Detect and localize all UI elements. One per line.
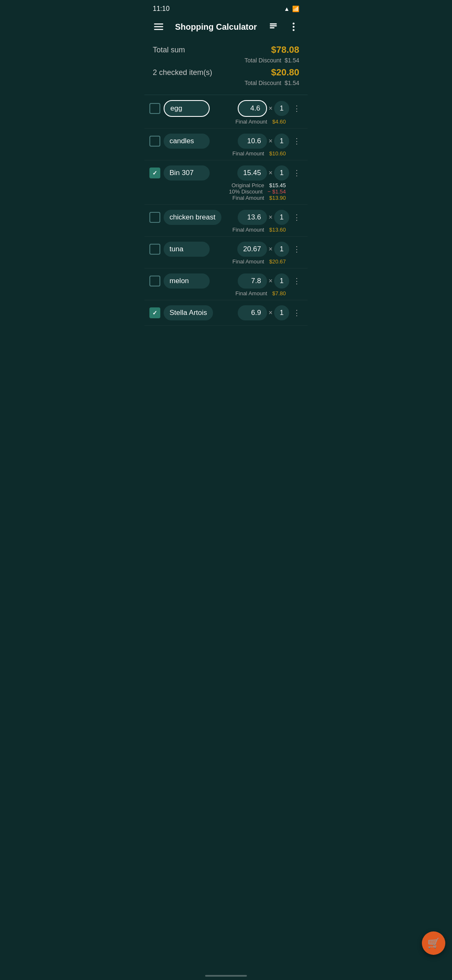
item-final-label: Final Amount (232, 227, 264, 233)
item-sub-info: Original Price$15.4510% Discount− $1.54F… (149, 181, 303, 201)
item-price[interactable]: 6.9 (238, 305, 267, 320)
item-multiply-icon: × (269, 277, 272, 285)
item-final-row: Final Amount$10.60 (232, 150, 286, 157)
menu-button[interactable] (151, 19, 166, 34)
item-multiply-icon: × (269, 137, 272, 145)
item-checkbox[interactable] (149, 307, 160, 318)
item-quantity[interactable]: 1 (274, 305, 289, 320)
svg-point-6 (293, 23, 295, 25)
item-more-button[interactable]: ⋮ (291, 167, 303, 179)
item-main-row: melon7.8×1⋮ (149, 273, 303, 289)
more-button[interactable] (286, 19, 301, 34)
list-item: Bin 30715.45×1⋮Original Price$15.4510% D… (144, 160, 308, 205)
item-quantity[interactable]: 1 (274, 210, 289, 225)
item-more-button[interactable]: ⋮ (291, 307, 303, 319)
item-discount-row: 10% Discount− $1.54 (229, 188, 286, 195)
item-sub-info: Final Amount$10.60 (149, 149, 303, 157)
checked-discount: Total Discount $1.54 (244, 80, 299, 86)
item-final-row: Final Amount$20.67 (232, 258, 286, 265)
svg-rect-5 (270, 27, 275, 28)
item-checkbox[interactable] (149, 244, 160, 255)
item-final-value: $13.60 (269, 227, 286, 233)
item-more-button[interactable]: ⋮ (291, 211, 303, 223)
item-checkbox[interactable] (149, 276, 160, 286)
checked-discount-row: Total Discount $1.54 (153, 80, 299, 86)
svg-rect-0 (154, 23, 163, 25)
item-more-button[interactable]: ⋮ (291, 103, 303, 114)
item-checkbox[interactable] (149, 103, 160, 114)
list-item: Stella Artois6.9×1⋮ (144, 300, 308, 326)
item-main-row: tuna20.67×1⋮ (149, 242, 303, 257)
item-multiply-icon: × (269, 309, 272, 317)
item-price[interactable]: 10.6 (238, 134, 267, 149)
item-name[interactable]: egg (164, 100, 210, 117)
item-more-button[interactable]: ⋮ (291, 275, 303, 287)
item-final-row: Final Amount$13.60 (232, 227, 286, 233)
item-name[interactable]: Bin 307 (164, 165, 210, 181)
item-checkbox[interactable] (149, 168, 160, 178)
item-multiply-icon: × (269, 169, 272, 177)
item-final-label: Final Amount (232, 258, 264, 265)
item-price[interactable]: 20.67 (237, 242, 267, 257)
item-discount-label: 10% Discount (229, 188, 262, 195)
item-quantity[interactable]: 1 (274, 273, 289, 289)
list-item: chicken breast13.6×1⋮Final Amount$13.60 (144, 205, 308, 237)
item-controls: 20.67×1⋮ (213, 242, 303, 257)
item-final-label: Final Amount (232, 195, 264, 201)
item-final-value: $4.60 (272, 119, 286, 125)
status-bar: 11:10 ▲ 📶 (144, 0, 308, 16)
status-time: 11:10 (153, 5, 170, 13)
item-more-button[interactable]: ⋮ (291, 243, 303, 255)
item-checkbox[interactable] (149, 136, 160, 147)
total-label: Total sum (153, 46, 185, 54)
item-quantity[interactable]: 1 (274, 101, 289, 116)
item-final-row: Final Amount$13.90 (232, 195, 286, 201)
item-main-row: egg4.6×1⋮ (149, 100, 303, 117)
notes-button[interactable] (266, 19, 281, 34)
item-final-value: $20.67 (269, 258, 286, 265)
item-main-row: candles10.6×1⋮ (149, 134, 303, 149)
list-item: candles10.6×1⋮Final Amount$10.60 (144, 129, 308, 160)
item-price[interactable]: 7.8 (238, 273, 267, 289)
item-sub-info: Final Amount$20.67 (149, 257, 303, 265)
item-multiply-icon: × (269, 245, 272, 253)
item-controls: 7.8×1⋮ (213, 273, 303, 289)
item-final-value: $7.80 (272, 290, 286, 297)
item-sub-info: Final Amount$13.60 (149, 225, 303, 233)
svg-rect-1 (154, 26, 163, 28)
item-main-row: Bin 30715.45×1⋮ (149, 165, 303, 181)
item-price[interactable]: 15.45 (237, 165, 267, 181)
item-name[interactable]: Stella Artois (164, 305, 213, 320)
item-multiply-icon: × (269, 214, 272, 221)
item-main-row: Stella Artois6.9×1⋮ (149, 305, 303, 320)
item-controls: 15.45×1⋮ (213, 165, 303, 181)
page-title: Shopping Calculator (171, 22, 261, 32)
item-name[interactable]: melon (164, 273, 210, 289)
item-final-value: $13.90 (269, 195, 286, 201)
item-final-row: Final Amount$7.80 (236, 290, 286, 297)
item-controls: 4.6×1⋮ (213, 100, 303, 117)
item-price[interactable]: 13.6 (238, 210, 267, 225)
item-price[interactable]: 4.6 (238, 100, 267, 117)
item-discount-value: − $1.54 (267, 188, 286, 195)
item-checkbox[interactable] (149, 212, 160, 223)
item-quantity[interactable]: 1 (274, 134, 289, 149)
summary-section: Total sum $78.08 Total Discount $1.54 2 … (144, 39, 308, 95)
item-more-button[interactable]: ⋮ (291, 135, 303, 147)
list-item: egg4.6×1⋮Final Amount$4.60 (144, 95, 308, 129)
item-name[interactable]: candles (164, 134, 210, 149)
checked-value: $20.80 (271, 67, 299, 78)
total-discount: Total Discount $1.54 (244, 57, 299, 64)
items-list: egg4.6×1⋮Final Amount$4.60candles10.6×1⋮… (144, 95, 308, 368)
item-sub-info (149, 320, 303, 322)
item-final-value: $10.60 (269, 150, 286, 157)
item-original-row: Original Price$15.45 (231, 182, 286, 188)
item-quantity[interactable]: 1 (274, 242, 289, 257)
item-name[interactable]: chicken breast (164, 210, 221, 225)
top-bar: Shopping Calculator (144, 16, 308, 39)
svg-rect-4 (270, 25, 277, 26)
svg-rect-3 (270, 23, 277, 25)
list-item: melon7.8×1⋮Final Amount$7.80 (144, 268, 308, 300)
item-name[interactable]: tuna (164, 242, 210, 257)
item-quantity[interactable]: 1 (274, 165, 289, 181)
